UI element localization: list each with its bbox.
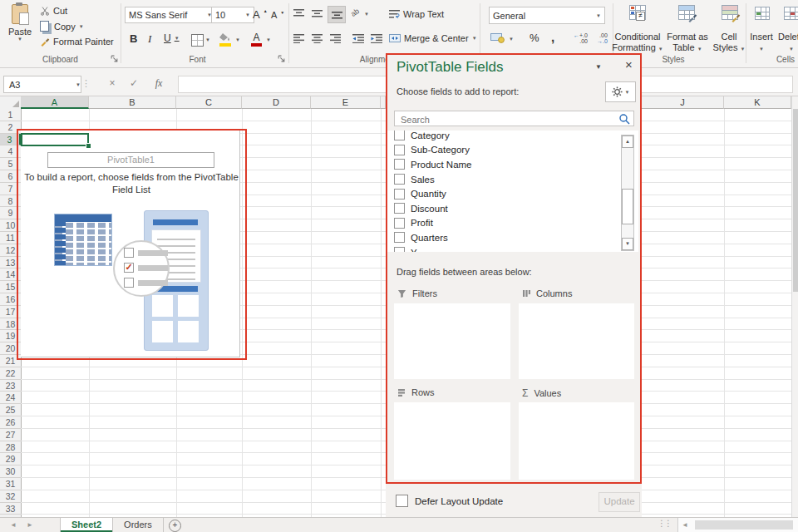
columns-drop-area[interactable] xyxy=(519,303,634,379)
number-format-combo[interactable]: General xyxy=(489,7,605,24)
field-item[interactable]: Sales xyxy=(387,172,638,187)
clipboard-dialog-launcher[interactable] xyxy=(111,55,119,63)
field-item[interactable]: Quarters xyxy=(387,230,638,245)
row-header[interactable]: 6 xyxy=(0,170,21,183)
align-bottom-button[interactable] xyxy=(328,6,346,23)
row-header[interactable]: 32 xyxy=(0,490,21,503)
cancel-button[interactable]: × xyxy=(105,76,120,91)
decrease-decimal-button[interactable]: .00→.0 xyxy=(597,32,608,44)
horizontal-scrollbar[interactable]: ◄ xyxy=(677,518,798,532)
pane-close-icon[interactable]: × xyxy=(625,57,633,71)
sheet-tab-orders[interactable]: Orders xyxy=(113,518,164,532)
scroll-up-icon[interactable]: ▲ xyxy=(622,135,633,148)
field-list-scrollbar[interactable]: ▲ ▼ xyxy=(621,135,634,251)
field-item[interactable]: Discount xyxy=(387,201,638,216)
row-header[interactable]: 30 xyxy=(0,466,21,478)
underline-button[interactable]: U xyxy=(164,32,180,44)
search-box[interactable] xyxy=(394,111,634,126)
vertical-scrollbar-thumb[interactable] xyxy=(793,109,798,292)
field-checkbox[interactable] xyxy=(394,189,405,200)
copy-button[interactable]: Copy xyxy=(40,21,84,32)
scroll-down-icon[interactable]: ▼ xyxy=(622,238,633,250)
row-header[interactable]: 17 xyxy=(0,306,21,318)
increase-font-button[interactable]: A▲ xyxy=(253,8,268,21)
tab-scroll-splitter[interactable]: ⋮⋮ xyxy=(658,519,671,528)
accounting-format-button[interactable] xyxy=(490,32,505,43)
column-header[interactable]: B xyxy=(89,96,176,109)
wrap-text-button[interactable]: Wrap Text xyxy=(389,9,444,19)
active-cell-selection[interactable] xyxy=(21,133,89,146)
field-list[interactable]: Category Sub-Category Product Name Sales… xyxy=(387,131,638,252)
font-color-button[interactable]: A xyxy=(251,32,262,47)
field-item[interactable]: Y xyxy=(387,245,638,252)
row-header[interactable]: 24 xyxy=(0,392,21,404)
row-header[interactable]: 12 xyxy=(0,244,21,257)
search-input[interactable] xyxy=(399,112,618,126)
align-left-button[interactable] xyxy=(293,34,304,43)
delete-button[interactable]: Delete xyxy=(775,32,798,55)
align-right-button[interactable] xyxy=(330,34,341,43)
decrease-indent-button[interactable] xyxy=(352,34,364,43)
update-button[interactable]: Update xyxy=(598,492,640,512)
increase-decimal-button[interactable]: ←+.0.00 xyxy=(574,32,588,44)
row-header[interactable]: 1 xyxy=(0,109,21,121)
row-header[interactable]: 23 xyxy=(0,380,21,392)
tools-button[interactable] xyxy=(605,81,636,102)
row-header[interactable]: 27 xyxy=(0,429,21,441)
row-header[interactable]: 15 xyxy=(0,281,21,293)
vertical-scrollbar[interactable] xyxy=(791,96,798,517)
column-header[interactable]: E xyxy=(311,96,381,109)
select-all-corner[interactable] xyxy=(0,96,22,110)
name-box[interactable]: A3 xyxy=(3,76,81,93)
orientation-button[interactable]: ab xyxy=(349,7,361,18)
field-checkbox[interactable] xyxy=(394,247,405,252)
column-header[interactable]: C xyxy=(176,96,242,109)
paste-button[interactable]: Paste xyxy=(5,4,35,42)
format-as-table-button[interactable]: Format as Table xyxy=(662,32,713,55)
next-sheet-icon[interactable]: ► xyxy=(27,521,33,529)
row-header[interactable]: 4 xyxy=(0,145,21,158)
row-header[interactable]: 19 xyxy=(0,330,21,342)
defer-layout-checkbox[interactable] xyxy=(396,495,408,507)
field-item[interactable]: Sub-Category xyxy=(387,143,638,158)
row-header[interactable]: 14 xyxy=(0,268,21,281)
insert-function-button[interactable]: fx xyxy=(151,76,166,91)
filters-drop-area[interactable] xyxy=(394,303,510,379)
column-headers-left[interactable]: ABCDE xyxy=(21,96,386,109)
align-center-button[interactable] xyxy=(312,34,323,43)
merge-center-button[interactable]: Merge & Center xyxy=(389,33,477,43)
row-header[interactable]: 9 xyxy=(0,207,21,219)
field-item[interactable]: Product Name xyxy=(387,157,638,172)
format-painter-button[interactable]: Format Painter xyxy=(40,37,114,47)
align-middle-button[interactable] xyxy=(312,9,323,18)
column-header[interactable]: J xyxy=(642,96,724,109)
column-header[interactable]: D xyxy=(242,96,311,109)
row-header[interactable]: 13 xyxy=(0,257,21,269)
field-checkbox[interactable] xyxy=(394,131,405,140)
conditional-formatting-button[interactable]: Conditional Formatting xyxy=(608,32,667,55)
field-item[interactable]: Profit xyxy=(387,216,638,231)
row-header[interactable]: 31 xyxy=(0,478,21,490)
column-header[interactable]: K xyxy=(724,96,791,109)
row-header[interactable]: 2 xyxy=(0,121,21,134)
row-header[interactable]: 10 xyxy=(0,219,21,232)
increase-indent-button[interactable] xyxy=(371,34,382,43)
fill-color-button[interactable] xyxy=(219,33,231,47)
values-drop-area[interactable] xyxy=(519,402,634,480)
orientation-caret-icon[interactable] xyxy=(364,12,369,17)
comma-style-button[interactable]: , xyxy=(551,30,554,44)
italic-button[interactable]: I xyxy=(148,32,151,46)
bold-button[interactable]: B xyxy=(130,32,137,45)
prev-sheet-icon[interactable]: ◄ xyxy=(10,521,17,529)
row-header[interactable]: 7 xyxy=(0,183,21,195)
horizontal-scrollbar-thumb[interactable] xyxy=(695,520,793,530)
row-header[interactable]: 5 xyxy=(0,158,21,170)
accounting-caret-icon[interactable] xyxy=(509,37,514,42)
borders-caret-icon[interactable] xyxy=(205,37,210,42)
row-header[interactable]: 16 xyxy=(0,293,21,306)
row-header[interactable]: 11 xyxy=(0,232,21,244)
font-color-caret-icon[interactable] xyxy=(266,37,271,42)
field-checkbox[interactable] xyxy=(394,218,405,229)
scroll-left-icon[interactable]: ◄ xyxy=(682,521,688,529)
font-name-combo[interactable]: MS Sans Serif xyxy=(125,7,216,23)
